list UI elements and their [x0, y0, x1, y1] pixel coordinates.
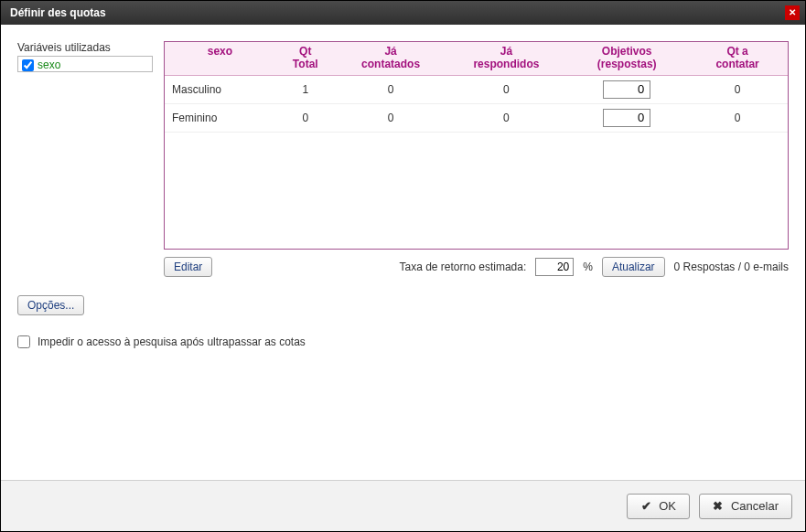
close-icon: ✕: [789, 8, 796, 17]
cell-qt-total: 1: [275, 75, 336, 103]
col-header-ja-respondidos: Járespondidos: [446, 42, 567, 75]
block-access-checkbox[interactable]: [17, 335, 30, 348]
col-header-sexo: sexo: [165, 42, 275, 75]
status-text: 0 Respostas / 0 e-mails: [674, 261, 789, 273]
cell-label: Feminino: [165, 103, 275, 132]
cell-ja-contatados: 0: [336, 103, 446, 132]
cell-qt-contatar: 0: [687, 75, 788, 103]
table-row: Feminino 0 0 0 0: [165, 103, 788, 132]
options-button[interactable]: Opções...: [17, 295, 84, 315]
objective-input[interactable]: [603, 80, 650, 99]
cell-objetivos: [566, 75, 687, 103]
col-header-objetivos: Objetivos(respostas): [566, 42, 687, 75]
cell-ja-respondidos: 0: [446, 103, 567, 132]
cancel-button[interactable]: ✖ Cancelar: [699, 494, 792, 519]
variable-checkbox[interactable]: [22, 59, 34, 71]
footer-bar: ✔ OK ✖ Cancelar: [1, 480, 805, 531]
col-header-ja-contatados: Jácontatados: [336, 42, 446, 75]
block-access-row: Impedir o acesso à pesquisa após ultrapa…: [17, 335, 789, 348]
quota-table-container: sexo QtTotal Jácontatados Járespondidos: [164, 41, 789, 250]
cell-objetivos: [566, 103, 687, 132]
variables-panel: Variáveis utilizadas sexo: [17, 41, 153, 277]
rate-input[interactable]: [535, 258, 574, 276]
col-header-qt-total: QtTotal: [275, 42, 336, 75]
close-button[interactable]: ✕: [785, 5, 800, 20]
table-controls-row: Editar Taxa de retorno estimada: % Atual…: [164, 257, 789, 277]
objective-input[interactable]: [603, 109, 650, 127]
refresh-button[interactable]: Atualizar: [602, 257, 665, 277]
cell-ja-respondidos: 0: [446, 75, 567, 103]
quota-table: sexo QtTotal Jácontatados Járespondidos: [165, 42, 788, 133]
variable-item[interactable]: sexo: [22, 58, 148, 72]
variables-label: Variáveis utilizadas: [17, 41, 153, 54]
edit-button[interactable]: Editar: [164, 257, 212, 277]
cell-ja-contatados: 0: [336, 75, 446, 103]
cell-qt-total: 0: [275, 103, 336, 132]
variable-name: sexo: [38, 59, 60, 71]
check-icon: ✔: [640, 499, 651, 513]
x-icon: ✖: [713, 499, 724, 513]
window-title: Définir des quotas: [10, 6, 106, 19]
table-row: Masculino 1 0 0 0: [165, 75, 788, 103]
cell-qt-contatar: 0: [687, 103, 788, 132]
percent-sign: %: [583, 261, 593, 273]
cell-label: Masculino: [165, 75, 275, 103]
col-header-qt-contatar: Qt acontatar: [687, 42, 788, 75]
ok-button[interactable]: ✔ OK: [627, 494, 690, 519]
table-header-row: sexo QtTotal Jácontatados Járespondidos: [165, 42, 788, 75]
variables-list[interactable]: sexo: [17, 56, 153, 72]
block-access-label: Impedir o acesso à pesquisa após ultrapa…: [38, 335, 306, 348]
dialog-window: Définir des quotas ✕ Variáveis utilizada…: [0, 0, 806, 532]
content-area: Variáveis utilizadas sexo: [1, 25, 805, 480]
ok-label: OK: [659, 499, 676, 513]
rate-label: Taxa de retorno estimada:: [400, 261, 527, 273]
cancel-label: Cancelar: [731, 499, 779, 513]
title-bar: Définir des quotas ✕: [1, 1, 805, 25]
